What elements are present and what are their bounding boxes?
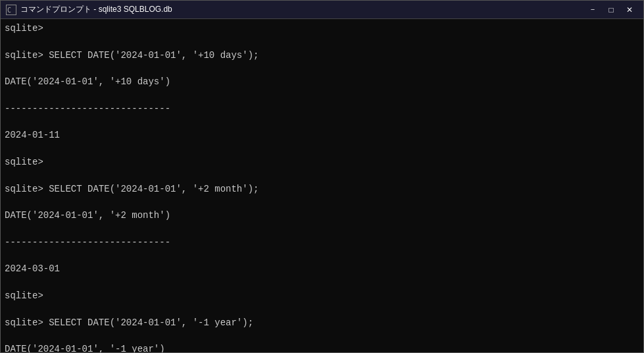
terminal-line: sqlite> SELECT DATE('2024-01-01', '-1 ye…: [5, 316, 639, 329]
minimize-button[interactable]: －: [584, 3, 601, 16]
titlebar: C コマンドプロンプト - sqlite3 SQLBLOG.db － □ ✕: [1, 1, 643, 19]
terminal-line: sqlite>: [5, 22, 639, 35]
terminal-line: DATE('2024-01-01', '-1 year'): [5, 342, 639, 352]
terminal-line: ------------------------------: [5, 102, 639, 115]
terminal-line: DATE('2024-01-01', '+10 days'): [5, 75, 639, 88]
terminal-line: sqlite>: [5, 289, 639, 302]
maximize-button[interactable]: □: [603, 3, 620, 16]
terminal-line: ------------------------------: [5, 236, 639, 249]
titlebar-left: C コマンドプロンプト - sqlite3 SQLBLOG.db: [6, 4, 172, 15]
terminal-line: 2024-03-01: [5, 262, 639, 275]
titlebar-controls: － □ ✕: [584, 3, 638, 16]
terminal-line: sqlite> SELECT DATE('2024-01-01', '+2 mo…: [5, 182, 639, 196]
cmd-icon: C: [6, 5, 16, 15]
close-button[interactable]: ✕: [621, 3, 638, 16]
window: C コマンドプロンプト - sqlite3 SQLBLOG.db － □ ✕ s…: [0, 0, 644, 353]
terminal-output: sqlite> sqlite> SELECT DATE('2024-01-01'…: [1, 19, 643, 352]
terminal-line: 2024-01-11: [5, 128, 639, 142]
terminal-line: sqlite> SELECT DATE('2024-01-01', '+10 d…: [5, 49, 639, 62]
terminal-line: DATE('2024-01-01', '+2 month'): [5, 209, 639, 222]
terminal-line: sqlite>: [5, 155, 639, 169]
window-title: コマンドプロンプト - sqlite3 SQLBLOG.db: [20, 4, 172, 15]
svg-text:C: C: [7, 7, 11, 14]
